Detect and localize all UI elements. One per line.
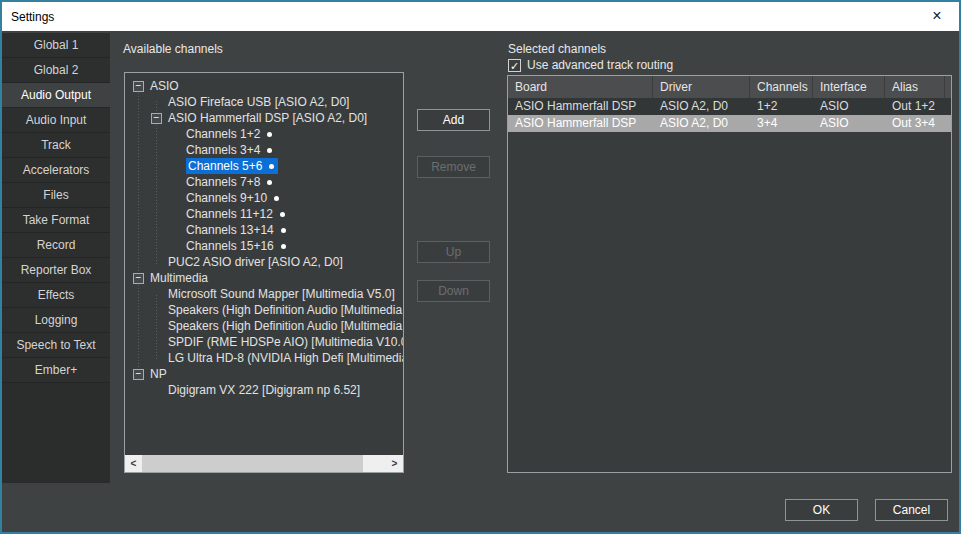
tree-item-label: Channels 11+12 (186, 207, 273, 221)
table-row-selected[interactable]: ASIO Hammerfall DSP ASIO A2, D0 3+4 ASIO… (508, 115, 951, 132)
tree-item-label: SPDIF (RME HDSPe AIO) [Multimedia V10.0] (168, 335, 404, 349)
sidebar-item-global-2[interactable]: Global 2 (2, 58, 110, 83)
tree-item-label: Speakers (High Definition Audio [Multime… (168, 303, 404, 317)
tree-item-label: Digigram VX 222 [Digigram np 6.52] (168, 383, 360, 397)
tree-item-asio[interactable]: −ASIO (125, 78, 403, 94)
cell-filler (945, 98, 952, 115)
cell-channels: 1+2 (750, 98, 813, 115)
column-header-alias[interactable]: Alias (885, 76, 945, 98)
tree-item-channels-13-14[interactable]: Channels 13+14 (125, 222, 403, 238)
channel-active-dot-icon (269, 164, 274, 169)
dialog-body: Global 1 Global 2 Audio Output Audio Inp… (2, 31, 959, 532)
channel-active-dot-icon (280, 212, 285, 217)
tree-item-hammerfall[interactable]: −ASIO Hammerfall DSP [ASIO A2, D0] (125, 110, 403, 126)
column-header-interface[interactable]: Interface (813, 76, 885, 98)
tree-item-spdif[interactable]: SPDIF (RME HDSPe AIO) [Multimedia V10.0] (125, 334, 403, 350)
remove-button[interactable]: Remove (417, 156, 490, 178)
tree-item-np[interactable]: −NP (125, 366, 403, 382)
sidebar: Global 1 Global 2 Audio Output Audio Inp… (2, 33, 110, 483)
table-header: Board Driver Channels Interface Alias (508, 76, 951, 98)
channel-active-dot-icon (267, 180, 272, 185)
tree-item-puc2[interactable]: PUC2 ASIO driver [ASIO A2, D0] (125, 254, 403, 270)
cell-driver: ASIO A2, D0 (653, 98, 750, 115)
tree-item-channels-15-16[interactable]: Channels 15+16 (125, 238, 403, 254)
tree-item-label: Channels 7+8 (186, 175, 260, 189)
ok-button[interactable]: OK (785, 499, 858, 521)
sidebar-item-speech-to-text[interactable]: Speech to Text (2, 333, 110, 358)
tree-item-channels-11-12[interactable]: Channels 11+12 (125, 206, 403, 222)
collapse-icon[interactable]: − (133, 369, 144, 380)
tree-rows: −ASIO ASIO Fireface USB [ASIO A2, D0] −A… (125, 78, 403, 398)
tree-item-label: ASIO Hammerfall DSP [ASIO A2, D0] (168, 111, 367, 125)
sidebar-item-effects[interactable]: Effects (2, 283, 110, 308)
settings-dialog: Settings × Global 1 Global 2 Audio Outpu… (0, 0, 961, 534)
collapse-icon[interactable]: − (133, 81, 144, 92)
cell-filler (945, 115, 952, 132)
tree-item-label: ASIO (150, 79, 179, 93)
sidebar-item-global-1[interactable]: Global 1 (2, 33, 110, 58)
tree-item-channels-1-2[interactable]: Channels 1+2 (125, 126, 403, 142)
sidebar-item-reporter-box[interactable]: Reporter Box (2, 258, 110, 283)
cell-board: ASIO Hammerfall DSP (508, 98, 653, 115)
tree-item-label: Channels 15+16 (186, 239, 274, 253)
scrollbar-track[interactable] (363, 455, 386, 472)
collapse-icon[interactable]: − (133, 273, 144, 284)
tree-item-label: Microsoft Sound Mapper [Multimedia V5.0] (168, 287, 395, 301)
column-header-channels[interactable]: Channels (750, 76, 813, 98)
tree-item-channels-3-4[interactable]: Channels 3+4 (125, 142, 403, 158)
tree-item-multimedia[interactable]: −Multimedia (125, 270, 403, 286)
column-header-board[interactable]: Board (508, 76, 653, 98)
tree-item-digigram[interactable]: Digigram VX 222 [Digigram np 6.52] (125, 382, 403, 398)
tree-item-speakers-2[interactable]: Speakers (High Definition Audio [Multime… (125, 318, 403, 334)
tree-selection-highlight: Channels 5+6 (186, 158, 278, 174)
tree-item-label: Multimedia (150, 271, 208, 285)
window-title: Settings (11, 10, 54, 24)
scrollbar-thumb[interactable] (142, 455, 363, 472)
sidebar-item-files[interactable]: Files (2, 183, 110, 208)
available-channels-tree: −ASIO ASIO Fireface USB [ASIO A2, D0] −A… (124, 72, 404, 473)
tree-item-lg-ultra[interactable]: LG Ultra HD-8 (NVIDIA High Defi [Multime… (125, 350, 403, 366)
tree-item-speakers-1[interactable]: Speakers (High Definition Audio [Multime… (125, 302, 403, 318)
down-button[interactable]: Down (417, 280, 490, 302)
checkbox-checked-icon[interactable]: ✓ (508, 59, 521, 72)
up-button[interactable]: Up (417, 241, 490, 263)
close-icon[interactable]: × (915, 2, 959, 31)
available-channels-label: Available channels (123, 42, 223, 56)
tree-item-label: LG Ultra HD-8 (NVIDIA High Defi [Multime… (168, 351, 404, 365)
channel-active-dot-icon (281, 244, 286, 249)
column-header-filler (945, 76, 952, 98)
tree-item-sound-mapper[interactable]: Microsoft Sound Mapper [Multimedia V5.0] (125, 286, 403, 302)
horizontal-scrollbar[interactable]: < > (125, 455, 403, 472)
cell-driver: ASIO A2, D0 (653, 115, 750, 132)
sidebar-item-record[interactable]: Record (2, 233, 110, 258)
cancel-button[interactable]: Cancel (875, 499, 948, 521)
tree-item-channels-7-8[interactable]: Channels 7+8 (125, 174, 403, 190)
tree-item-label: Channels 13+14 (186, 223, 274, 237)
sidebar-item-audio-input[interactable]: Audio Input (2, 108, 110, 133)
tree-item-channels-9-10[interactable]: Channels 9+10 (125, 190, 403, 206)
sidebar-item-ember[interactable]: Ember+ (2, 358, 110, 383)
tree-item-label: Speakers (High Definition Audio [Multime… (168, 319, 404, 333)
advanced-routing-checkbox-row[interactable]: ✓ Use advanced track routing (508, 58, 673, 72)
tree-item-label: PUC2 ASIO driver [ASIO A2, D0] (168, 255, 343, 269)
tree-item-label: Channels 1+2 (186, 127, 260, 141)
column-header-driver[interactable]: Driver (653, 76, 750, 98)
tree-item-label: Channels 5+6 (188, 159, 262, 173)
collapse-icon[interactable]: − (151, 113, 162, 124)
channel-active-dot-icon (267, 132, 272, 137)
sidebar-item-track[interactable]: Track (2, 133, 110, 158)
sidebar-item-take-format[interactable]: Take Format (2, 208, 110, 233)
sidebar-item-audio-output[interactable]: Audio Output (2, 83, 110, 108)
tree-item-channels-5-6[interactable]: Channels 5+6 (125, 158, 403, 174)
tree-item-label: NP (150, 367, 167, 381)
cell-channels: 3+4 (750, 115, 813, 132)
table-row[interactable]: ASIO Hammerfall DSP ASIO A2, D0 1+2 ASIO… (508, 98, 951, 115)
channel-active-dot-icon (281, 228, 286, 233)
scroll-right-icon[interactable]: > (386, 455, 403, 472)
scroll-left-icon[interactable]: < (125, 455, 142, 472)
titlebar: Settings × (2, 2, 959, 31)
sidebar-item-logging[interactable]: Logging (2, 308, 110, 333)
tree-item-fireface[interactable]: ASIO Fireface USB [ASIO A2, D0] (125, 94, 403, 110)
sidebar-item-accelerators[interactable]: Accelerators (2, 158, 110, 183)
add-button[interactable]: Add (417, 109, 490, 131)
